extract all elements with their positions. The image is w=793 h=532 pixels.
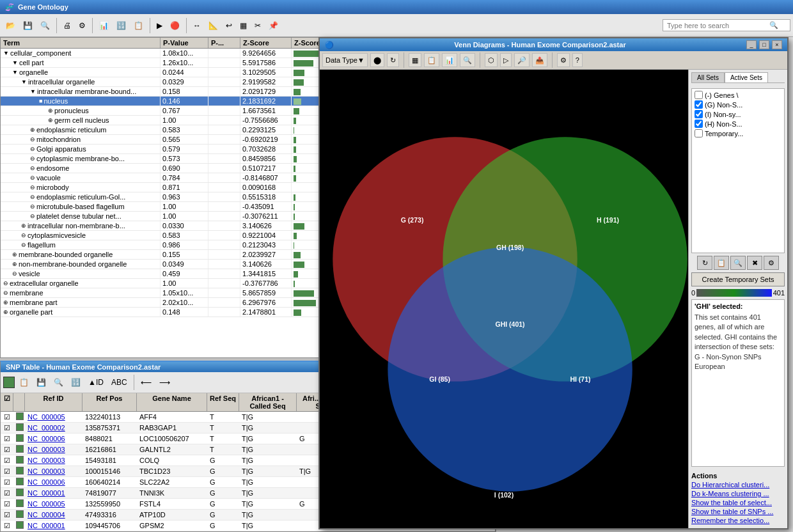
toolbar-resize[interactable]: ↔ [190,17,204,35]
snp-ref-id[interactable]: NC_000003 [25,445,82,454]
expand-icon[interactable]: ⊖ [3,280,8,286]
expand-icon[interactable]: ⊕ [48,117,53,123]
venn-act-refresh[interactable]: ↻ [697,256,712,270]
set-item[interactable]: (-) Genes \ [693,90,783,100]
snp-check[interactable]: ☑ [1,499,13,509]
toolbar-measure[interactable]: 📐 [205,17,221,35]
snp-check[interactable]: ☑ [1,510,13,520]
snp-ref-id[interactable]: NC_000001 [25,521,82,530]
snp-ref-id[interactable]: NC_000001 [25,489,82,497]
snp-col-gene[interactable]: Gene Name [137,393,207,411]
toolbar-settings[interactable]: ⚙ [75,17,89,35]
toolbar-run[interactable]: ▶ [153,17,166,35]
tab-all-sets[interactable]: All Sets [691,72,725,82]
expand-icon[interactable]: ⊖ [30,175,35,181]
expand-icon[interactable]: ⊕ [30,127,35,133]
venn-close[interactable]: × [772,40,782,49]
expand-icon[interactable]: ⊕ [3,309,8,315]
snp-ref-id[interactable]: NC_000005 [25,412,82,421]
venn-btn-refresh[interactable]: ↻ [387,53,399,67]
create-temp-button[interactable]: Create Temporary Sets [691,272,785,286]
tab-active-sets[interactable]: Active Sets [725,72,768,82]
circle-I[interactable] [388,247,632,491]
expand-icon[interactable]: ▼ [30,88,36,95]
action-link[interactable]: Show the table of SNPs ... [691,508,785,515]
venn-act-filter[interactable]: 🔍 [730,256,746,270]
expand-icon[interactable]: ▼ [21,79,27,85]
snp-ref-id[interactable]: NC_000005 [25,499,82,508]
toolbar-save[interactable]: 💾 [20,17,36,35]
expand-icon[interactable]: ⊖ [21,242,26,248]
venn-act-delete[interactable]: ✖ [747,256,762,270]
venn-btn-chart[interactable]: 📊 [442,53,457,67]
action-link[interactable]: Do Hierarchical clusteri... [691,481,785,489]
col-pcorr[interactable]: P-... [208,38,240,48]
snp-btn-copy[interactable]: 📋 [16,373,32,391]
venn-btn-settings[interactable]: ⚙ [557,53,570,67]
expand-icon[interactable]: ⊖ [12,270,17,277]
search-input[interactable] [667,22,769,29]
col-zscore1[interactable]: Z-Score [240,38,292,48]
snp-check[interactable]: ☑ [1,423,13,433]
expand-icon[interactable]: ⊖ [30,136,35,143]
snp-ref-id[interactable]: NC_000002 [25,423,82,432]
expand-icon[interactable]: ⊕ [12,261,17,267]
toolbar-stop[interactable]: 🔴 [167,17,183,35]
expand-icon[interactable]: ▼ [3,50,9,56]
venn-btn-select[interactable]: ▷ [500,53,512,67]
expand-icon[interactable]: ⊖ [30,184,35,191]
toolbar-open[interactable]: 📂 [3,17,19,35]
snp-ref-id[interactable]: NC_000006 [25,478,82,487]
expand-icon[interactable]: ■ [39,98,42,104]
set-item[interactable]: (G) Non-S... [693,100,783,109]
venn-act-copy[interactable]: 📋 [714,256,729,270]
set-item[interactable]: (H) Non-S... [693,119,783,129]
venn-act-settings[interactable]: ⚙ [764,256,779,270]
expand-icon[interactable]: ⊖ [30,165,35,171]
expand-icon[interactable]: ⊕ [3,299,8,306]
expand-icon[interactable]: ⊕ [48,107,53,114]
snp-check[interactable]: ☑ [1,478,13,487]
action-link[interactable]: Do k-Means clustering ... [691,490,785,497]
toolbar-undo[interactable]: ↩ [223,17,235,35]
toolbar-grid[interactable]: ▦ [237,17,250,35]
expand-icon[interactable]: ⊖ [30,194,35,200]
venn-data-type[interactable]: Data Type ▼ [322,53,368,67]
venn-btn-table[interactable]: 📋 [424,53,439,67]
set-checkbox[interactable] [695,120,703,128]
expand-icon[interactable]: ⊖ [21,232,26,239]
action-link[interactable]: Show the table of select... [691,499,785,506]
action-link[interactable]: Remember the selectio... [691,517,785,524]
venn-btn-export[interactable]: 📤 [532,53,547,67]
venn-diagram-area[interactable]: G (273) H (191) I (102) GH (198) GI (85)… [320,70,688,528]
venn-btn-filter[interactable]: 🔍 [460,53,475,67]
snp-ref-id[interactable]: NC_000003 [25,456,82,465]
col-term[interactable]: Term [1,38,161,48]
toolbar-cut[interactable]: ✂ [251,17,264,35]
snp-col-refseq[interactable]: Ref Seq [207,393,239,411]
snp-ref-id[interactable]: NC_000006 [25,434,82,443]
snp-check[interactable]: ☑ [1,412,13,422]
snp-col-check[interactable]: ☑ [1,393,13,411]
expand-icon[interactable]: ⊖ [3,290,8,296]
snp-btn-id[interactable]: ▲ID [85,373,107,391]
toolbar-print[interactable]: 🖨 [60,17,74,35]
expand-icon[interactable]: ⊕ [12,251,17,258]
toolbar-search[interactable]: 🔍 [37,17,53,35]
set-checkbox[interactable] [695,100,703,109]
toolbar-pin[interactable]: 📌 [265,17,281,35]
snp-check[interactable]: ☑ [1,445,13,455]
expand-icon[interactable]: ▼ [12,69,18,75]
snp-btn-abc[interactable]: ABC [108,373,130,391]
venn-btn-circle[interactable]: ⬤ [370,53,384,67]
set-checkbox[interactable] [695,91,703,99]
expand-icon[interactable]: ⊖ [30,146,35,152]
snp-check[interactable]: ☑ [1,434,13,444]
set-checkbox[interactable] [695,129,703,137]
expand-icon[interactable]: ▼ [12,59,18,66]
venn-btn-zoom[interactable]: 🔎 [514,53,530,67]
snp-btn-color[interactable] [3,377,15,388]
venn-btn-help[interactable]: ? [572,53,583,67]
expand-icon[interactable]: ⊖ [30,155,35,162]
snp-btn-filter[interactable]: 🔢 [68,373,84,391]
